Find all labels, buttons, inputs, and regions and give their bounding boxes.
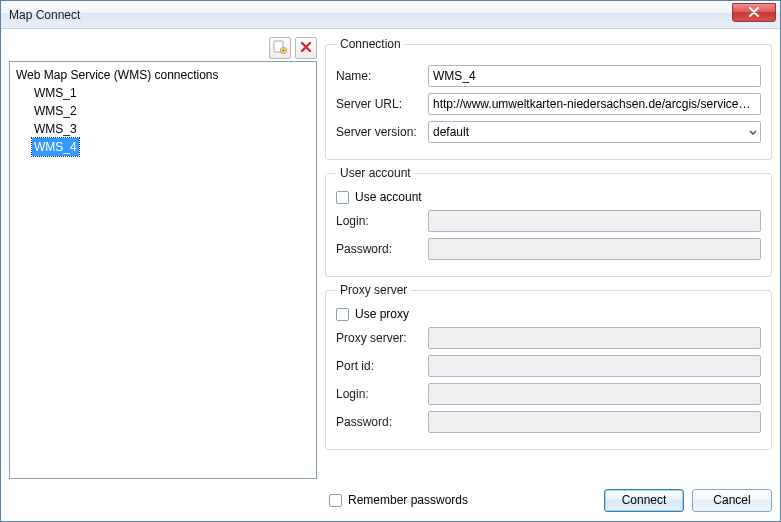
proxy-server-input[interactable] — [428, 327, 761, 349]
tree-item[interactable]: WMS_1 — [32, 84, 314, 102]
proxy-server-label: Proxy server: — [336, 331, 428, 345]
user-account-group: User account Use account Login: Password… — [325, 166, 772, 277]
server-url-label: Server URL: — [336, 97, 428, 111]
window-title: Map Connect — [9, 8, 80, 22]
proxy-login-input[interactable] — [428, 383, 761, 405]
tree-item[interactable]: WMS_2 — [32, 102, 314, 120]
proxy-legend: Proxy server — [336, 283, 411, 297]
proxy-group: Proxy server Use proxy Proxy server: Por… — [325, 283, 772, 450]
proxy-login-label: Login: — [336, 387, 428, 401]
proxy-password-input[interactable] — [428, 411, 761, 433]
user-login-label: Login: — [336, 214, 428, 228]
user-password-label: Password: — [336, 242, 428, 256]
connection-group: Connection Name: Server URL: Server vers… — [325, 37, 772, 160]
titlebar[interactable]: Map Connect — [1, 1, 780, 29]
right-panel: Connection Name: Server URL: Server vers… — [325, 37, 772, 479]
use-account-label: Use account — [355, 190, 422, 204]
connection-legend: Connection — [336, 37, 405, 51]
connections-tree[interactable]: Web Map Service (WMS) connections WMS_1W… — [9, 61, 317, 479]
tree-item-label: WMS_1 — [32, 84, 79, 102]
tree-item-label: WMS_4 — [32, 138, 79, 156]
tree-toolbar — [9, 37, 317, 59]
client-area: Web Map Service (WMS) connections WMS_1W… — [1, 29, 780, 521]
user-login-input[interactable] — [428, 210, 761, 232]
proxy-port-label: Port id: — [336, 359, 428, 373]
delete-connection-button[interactable] — [295, 37, 317, 59]
left-panel: Web Map Service (WMS) connections WMS_1W… — [9, 37, 317, 479]
server-version-select[interactable]: default — [428, 121, 761, 143]
tree-root-label: Web Map Service (WMS) connections — [14, 66, 221, 84]
add-connection-button[interactable] — [269, 37, 291, 59]
tree-item[interactable]: WMS_4 — [32, 138, 314, 156]
use-account-checkbox[interactable] — [336, 191, 349, 204]
close-button[interactable] — [732, 3, 776, 22]
tree-item-label: WMS_2 — [32, 102, 79, 120]
use-proxy-checkbox[interactable] — [336, 308, 349, 321]
dialog-footer: Remember passwords Connect Cancel — [9, 487, 772, 513]
tree-item-label: WMS_3 — [32, 120, 79, 138]
use-proxy-label: Use proxy — [355, 307, 409, 321]
proxy-port-input[interactable] — [428, 355, 761, 377]
server-version-label: Server version: — [336, 125, 428, 139]
cancel-button[interactable]: Cancel — [692, 489, 772, 512]
close-icon — [748, 6, 760, 20]
user-password-input[interactable] — [428, 238, 761, 260]
proxy-password-label: Password: — [336, 415, 428, 429]
delete-connection-icon — [299, 40, 313, 57]
name-input[interactable] — [428, 65, 761, 87]
server-url-input[interactable] — [428, 93, 761, 115]
remember-passwords-checkbox[interactable] — [329, 494, 342, 507]
name-label: Name: — [336, 69, 428, 83]
tree-item[interactable]: WMS_3 — [32, 120, 314, 138]
remember-passwords-label: Remember passwords — [348, 493, 468, 507]
user-account-legend: User account — [336, 166, 415, 180]
add-connection-icon — [273, 40, 287, 57]
connect-button[interactable]: Connect — [604, 489, 684, 512]
tree-root-item[interactable]: Web Map Service (WMS) connections — [14, 66, 314, 84]
map-connect-dialog: Map Connect — [0, 0, 781, 522]
